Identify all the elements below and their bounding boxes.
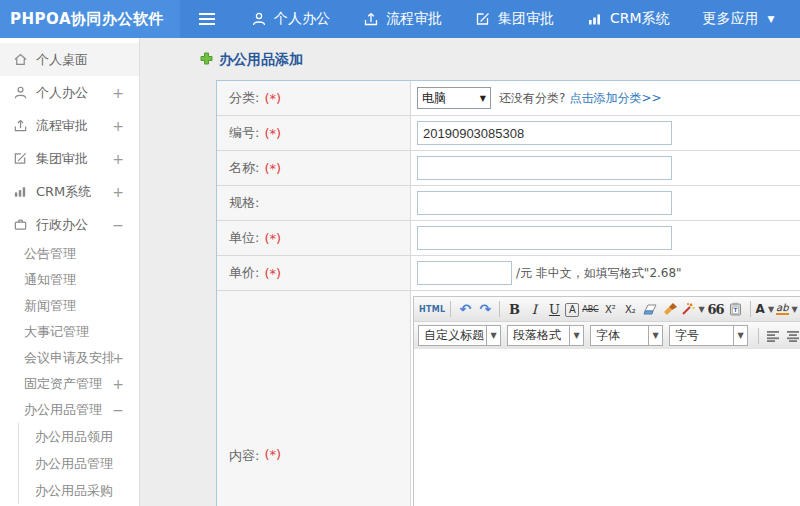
- rich-text-editor: HTML ↶ ↷ B I U A ABC X² X₂: [413, 296, 800, 506]
- form-row-spec: 规格:: [217, 186, 800, 221]
- sidebar-label: 公告管理: [24, 245, 76, 263]
- bold-button[interactable]: B: [505, 300, 523, 319]
- spec-input[interactable]: [417, 191, 672, 215]
- collapse-minus-icon[interactable]: −: [112, 402, 124, 418]
- field-label: 编号: (*): [217, 116, 411, 150]
- label-text: 单价:: [229, 264, 259, 282]
- page-title-text: 办公用品添加: [219, 51, 303, 69]
- sidebar-label: 个人办公: [36, 84, 88, 102]
- required-marker: (*): [264, 447, 281, 462]
- code-input[interactable]: [417, 121, 672, 145]
- name-input[interactable]: [417, 156, 672, 180]
- page-title: 办公用品添加: [200, 50, 303, 69]
- form-row-unit: 单位: (*): [217, 221, 800, 256]
- superscript-button[interactable]: X²: [601, 300, 619, 319]
- nav-item-group-approval[interactable]: 集团审批: [475, 10, 554, 28]
- underline-button[interactable]: U: [545, 300, 563, 319]
- nav-label: 更多应用: [703, 10, 759, 28]
- sidebar-item-personal-office[interactable]: 个人办公 +: [0, 76, 139, 109]
- editor-content-area[interactable]: [414, 349, 800, 506]
- price-input[interactable]: [417, 261, 512, 285]
- font-size-combo[interactable]: 字号 ▼: [669, 325, 748, 346]
- sidebar-item-group-approval[interactable]: 集团审批 +: [0, 142, 139, 175]
- nav-item-crm-system[interactable]: CRM系统: [587, 10, 670, 28]
- html-source-button[interactable]: HTML: [419, 300, 445, 319]
- sidebar-label: 通知管理: [24, 271, 76, 289]
- add-supply-form: 分类: (*) 电脑 ▼ 还没有分类? 点击添加分类>> 编号: (*): [216, 80, 800, 506]
- edit-icon: [13, 151, 28, 166]
- sidebar-item-notice-mgmt[interactable]: 通知管理: [0, 267, 139, 293]
- eraser-icon[interactable]: [641, 300, 659, 319]
- paragraph-format-combo[interactable]: 段落格式 ▼: [507, 325, 584, 346]
- dropdown-caret-icon: ▼: [768, 305, 774, 314]
- form-row-content: 内容: (*) HTML ↶ ↷ B I U: [217, 291, 800, 506]
- sidebar-item-personal-desktop[interactable]: 个人桌面: [0, 43, 139, 76]
- redo-icon[interactable]: ↷: [476, 300, 494, 319]
- sidebar-item-workflow-approval[interactable]: 流程审批 +: [0, 109, 139, 142]
- add-category-link[interactable]: 点击添加分类>>: [569, 90, 661, 107]
- sidebar-item-supplies-manage[interactable]: 办公用品管理: [19, 450, 139, 477]
- sidebar-label: 新闻管理: [24, 297, 76, 315]
- category-select[interactable]: 电脑 ▼: [417, 87, 491, 109]
- field-label: 分类: (*): [217, 81, 411, 115]
- expand-plus-icon[interactable]: +: [112, 85, 124, 101]
- sidebar-item-fixed-assets-mgmt[interactable]: 固定资产管理+: [0, 371, 139, 397]
- sidebar-item-crm-system[interactable]: CRM系统 +: [0, 175, 139, 208]
- expand-plus-icon[interactable]: +: [112, 376, 124, 392]
- sidebar-label: CRM系统: [36, 183, 91, 201]
- collapse-minus-icon[interactable]: −: [112, 217, 124, 233]
- align-center-icon[interactable]: [784, 326, 800, 345]
- sidebar-item-announcement-mgmt[interactable]: 公告管理: [0, 241, 139, 267]
- sidebar-item-supplies-purchase[interactable]: 办公用品采购: [19, 477, 139, 504]
- form-row-name: 名称: (*): [217, 151, 800, 186]
- expand-plus-icon[interactable]: +: [112, 184, 124, 200]
- hamburger-menu-icon[interactable]: [196, 8, 218, 30]
- align-left-icon[interactable]: [764, 326, 782, 345]
- sidebar-label: 行政办公: [36, 216, 88, 234]
- auto-typeset-wand-icon[interactable]: ▼: [681, 300, 704, 319]
- sidebar-item-events-mgmt[interactable]: 大事记管理: [0, 319, 139, 345]
- sidebar-item-supplies-claim[interactable]: 办公用品领用: [19, 423, 139, 450]
- no-category-hint: 还没有分类?: [499, 90, 565, 107]
- subscript-button[interactable]: X₂: [621, 300, 639, 319]
- italic-button[interactable]: I: [525, 300, 543, 319]
- dropdown-caret-icon: ▼: [648, 325, 663, 346]
- dropdown-caret-icon: ▼: [569, 325, 584, 346]
- font-color-glyph: A: [756, 302, 765, 316]
- format-brush-icon[interactable]: [661, 300, 679, 319]
- nav-item-workflow-approval[interactable]: 流程审批: [363, 10, 442, 28]
- form-row-price: 单价: (*) /元 非中文，如填写格式"2.68": [217, 256, 800, 291]
- font-family-combo[interactable]: 字体 ▼: [590, 325, 663, 346]
- blockquote-button[interactable]: 66: [707, 300, 725, 319]
- dropdown-caret-icon: ▼: [698, 305, 704, 314]
- strikethrough-button[interactable]: ABC: [581, 300, 599, 319]
- nav-item-personal-office[interactable]: 个人办公: [251, 10, 330, 28]
- label-text: 分类:: [229, 89, 259, 107]
- font-color-button[interactable]: A▼: [756, 300, 774, 319]
- paste-clipboard-icon[interactable]: T: [727, 300, 745, 319]
- label-text: 规格:: [229, 194, 259, 212]
- expand-plus-icon[interactable]: +: [112, 151, 124, 167]
- nav-label: 个人办公: [274, 10, 330, 28]
- unit-input[interactable]: [417, 226, 672, 250]
- field-label: 单价: (*): [217, 256, 411, 290]
- sidebar-submenu-office-supplies: 办公用品领用 办公用品管理 办公用品采购: [18, 423, 139, 504]
- highlight-color-button[interactable]: ab▼: [776, 300, 798, 319]
- expand-plus-icon[interactable]: +: [112, 350, 124, 366]
- sidebar-item-office-supplies-mgmt[interactable]: 办公用品管理−: [0, 397, 139, 423]
- sidebar-label: 个人桌面: [36, 51, 88, 69]
- sidebar-label: 大事记管理: [24, 323, 89, 341]
- sidebar-label: 流程审批: [36, 117, 88, 135]
- sidebar-item-admin-office[interactable]: 行政办公 −: [0, 208, 139, 241]
- workflow-icon: [13, 118, 28, 133]
- sidebar-label: 集团审批: [36, 150, 88, 168]
- editor-toolbar-row1: HTML ↶ ↷ B I U A ABC X² X₂: [414, 297, 800, 322]
- nav-item-more-apps[interactable]: 更多应用 ▼: [703, 10, 775, 28]
- font-border-button[interactable]: A: [565, 303, 579, 317]
- required-marker: (*): [264, 266, 281, 281]
- sidebar-item-news-mgmt[interactable]: 新闻管理: [0, 293, 139, 319]
- custom-heading-combo[interactable]: 自定义标题 ▼: [418, 325, 501, 346]
- expand-plus-icon[interactable]: +: [112, 118, 124, 134]
- undo-icon[interactable]: ↶: [456, 300, 474, 319]
- sidebar-item-meeting-request[interactable]: 会议申请及安排+: [0, 345, 139, 371]
